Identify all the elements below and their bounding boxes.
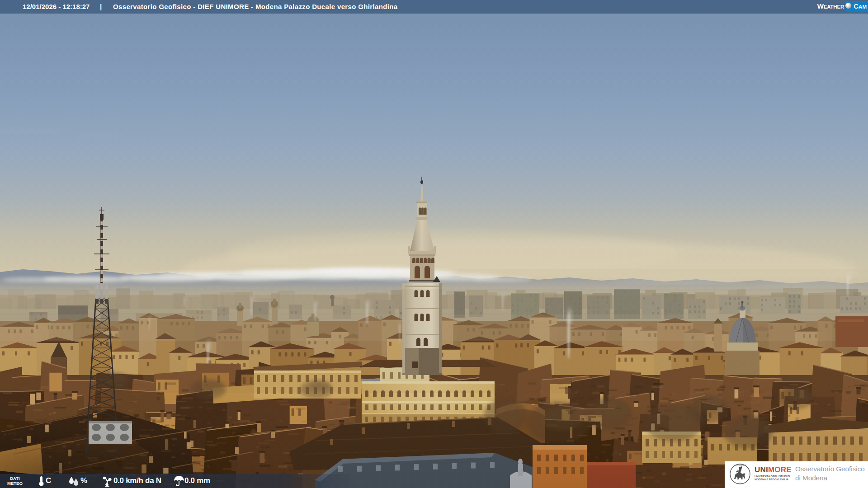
svg-text:* UNIVERSITAS *: * UNIVERSITAS * bbox=[734, 465, 747, 466]
svg-text:1175: 1175 bbox=[738, 483, 742, 484]
